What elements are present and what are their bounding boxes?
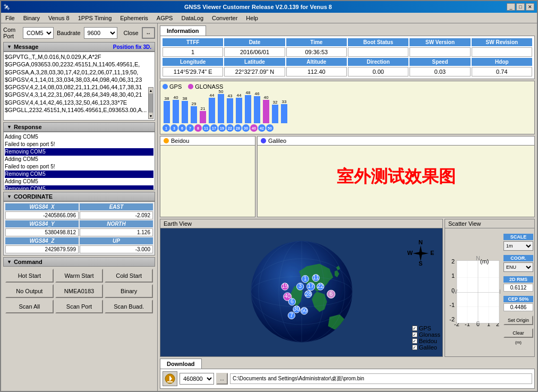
- sat-num-circle-22: 22: [226, 124, 234, 132]
- set-origin-button[interactable]: Set Origin: [503, 316, 533, 325]
- cep-label: CEP 50%: [503, 296, 533, 302]
- galileo-checkbox[interactable]: [412, 345, 417, 350]
- ttff-value: 1: [163, 47, 223, 57]
- message-arrow: ▼: [7, 44, 12, 49]
- unit-label: (m): [503, 340, 533, 345]
- menu-help[interactable]: Help: [244, 14, 260, 22]
- sat-num-40: 40: [284, 293, 291, 299]
- scale-label: SCALE: [503, 234, 533, 240]
- coord-arrow: ▼: [7, 194, 12, 199]
- sat-bar-fill-3: [173, 100, 179, 123]
- wgs84y-label[interactable]: WGS84_Y: [5, 220, 79, 227]
- latitude-value: 22°32'27.09" N: [224, 67, 285, 76]
- menu-1pps[interactable]: 1PPS Timing: [76, 14, 114, 22]
- svg-point-14: [419, 252, 422, 255]
- sat-num-circle-50: 50: [266, 124, 274, 132]
- response-arrow: ▼: [7, 124, 12, 130]
- browse-button[interactable]: ...: [216, 373, 228, 385]
- sat-bar-value-6: 38: [183, 96, 187, 101]
- svg-text:E: E: [430, 250, 434, 256]
- menu-ephemeris[interactable]: Ephemeris: [118, 14, 150, 22]
- restore-button[interactable]: □: [516, 3, 525, 11]
- menu-venus8[interactable]: Venus 8: [46, 14, 72, 22]
- message-header[interactable]: ▼ Message Position fix 3D.: [3, 42, 155, 52]
- response-header[interactable]: ▼ Response: [3, 122, 155, 132]
- scale-select[interactable]: 1m5m10m: [503, 241, 533, 251]
- sat-num-circle-17: 17: [210, 124, 218, 132]
- sat-bar-value-1: 38: [165, 96, 169, 101]
- sw-revision-value: [472, 47, 532, 57]
- altitude-header: Altitude: [286, 58, 347, 66]
- up-label[interactable]: UP: [80, 237, 153, 244]
- galileo-panel: Galileo 室外测试效果图: [257, 136, 535, 217]
- svg-text:W: W: [407, 250, 413, 256]
- minimize-button[interactable]: _: [507, 3, 515, 11]
- warm-start-button[interactable]: Warm Start: [55, 269, 104, 283]
- sat-bar-fill-11: [209, 98, 215, 123]
- boot-status-header: Boot Status: [348, 38, 408, 46]
- download-tab[interactable]: Download: [160, 359, 202, 369]
- scatter-content: 2 1 0 -1 -2 -2 -1 0 1 2: [445, 228, 534, 356]
- coord-title: COORDINATE: [14, 193, 53, 200]
- wgs84x-label[interactable]: WGS84_X: [5, 203, 79, 210]
- sat-bar-value-42: 32: [273, 100, 278, 105]
- date-value: 2016/06/01: [224, 47, 285, 57]
- hot-start-button[interactable]: Hot Start: [5, 269, 54, 283]
- sat-bar-28: 48: [244, 90, 252, 123]
- sat-bar-50: 33: [280, 99, 288, 123]
- binary-button[interactable]: Binary: [105, 284, 153, 298]
- glonass-checkbox[interactable]: [412, 332, 417, 337]
- scan-port-button[interactable]: Scan Port: [55, 300, 104, 313]
- coordinate-header[interactable]: ▼ COORDINATE: [3, 192, 155, 201]
- sat-bar-fill-8: [200, 111, 206, 123]
- menu-binary[interactable]: Binary: [21, 14, 42, 22]
- download-icon[interactable]: [163, 371, 177, 386]
- sat-num-7: 7: [289, 312, 293, 318]
- sat-bar-fill-6: [182, 101, 188, 123]
- middle-row: Beidou Galileo 室外测试效果图: [160, 136, 535, 217]
- north-label[interactable]: NORTH: [80, 220, 153, 227]
- scan-all-button[interactable]: Scan All: [5, 300, 54, 313]
- scroll-down-arrow[interactable]: ▼: [148, 113, 153, 118]
- beidou-checkbox[interactable]: [412, 338, 417, 344]
- sat-num-circle-7: 7: [186, 124, 194, 132]
- sat-num-circle-3: 3: [170, 124, 178, 132]
- command-header[interactable]: ▼ Command: [3, 257, 155, 267]
- latitude-header: Latitude: [224, 58, 285, 66]
- menu-agps[interactable]: AGPS: [155, 14, 175, 22]
- no-output-button[interactable]: No Output: [5, 284, 54, 298]
- info-tab[interactable]: Information: [160, 25, 206, 36]
- baudrate-select[interactable]: 96004800192003840057600115200: [84, 27, 117, 39]
- nmea0183-button[interactable]: NMEA0183: [55, 284, 104, 298]
- menu-converter[interactable]: Converter: [210, 14, 240, 22]
- sat-num-circle-19: 19: [218, 124, 226, 132]
- message-area: $GPVTG,,T,,M,0.016,N,0.029,K,A*2F$GPGGA,…: [3, 52, 155, 121]
- com-port-row: Com Port COM5COM1COM2COM3 Baudrate 96004…: [3, 25, 155, 40]
- cold-start-button[interactable]: Cold Start: [105, 269, 153, 283]
- coor-select[interactable]: ENUXYZ: [503, 262, 533, 272]
- sat-bar-value-28: 48: [246, 90, 251, 95]
- direction-header: Direction: [348, 58, 408, 66]
- sat-bar-3: 40: [172, 95, 180, 123]
- connect-button[interactable]: ↔: [142, 27, 155, 39]
- wgs84z-label[interactable]: WGS84_Z: [5, 237, 79, 244]
- message-scroll[interactable]: $GPVTG,,T,,M,0.016,N,0.029,K,A*2F$GPGGA,…: [4, 52, 155, 120]
- bottom-row: Earth View: [160, 219, 535, 357]
- sat-bar-fill-19: [227, 98, 233, 123]
- gps-checkbox[interactable]: [412, 326, 417, 331]
- response-scroll[interactable]: Adding COM5Failed to open port 5!Removin…: [4, 132, 155, 190]
- menu-file[interactable]: File: [3, 14, 17, 22]
- clear-button[interactable]: Clear: [503, 328, 533, 338]
- sat-num-50: 50: [301, 307, 307, 313]
- command-section: ▼ Command Hot Start Warm Start Cold Star…: [3, 257, 155, 316]
- sat-bar-1: 38: [163, 96, 171, 123]
- download-baudrate-select[interactable]: 4608009600192003840057600115200: [180, 373, 214, 385]
- menu-datalog[interactable]: DataLog: [179, 14, 206, 22]
- main-window: 🛰 GNSS Viewer Customer Release V2.0.139 …: [0, 0, 538, 392]
- scrollbar-thumb[interactable]: [149, 93, 153, 113]
- scan-buad-button[interactable]: Scan Buad.: [105, 300, 153, 313]
- scroll-up-arrow[interactable]: ▲: [148, 88, 153, 93]
- close-window-button[interactable]: ✕: [526, 3, 534, 11]
- com-port-select[interactable]: COM5COM1COM2COM3: [23, 27, 54, 39]
- east-label[interactable]: EAST: [80, 203, 153, 210]
